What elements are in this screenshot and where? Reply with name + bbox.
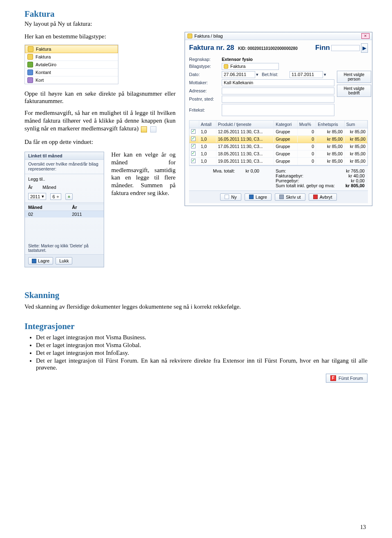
cell: kr 85,00 [316,135,345,143]
save-icon [249,195,254,199]
purre-label: Purregebyr: [276,178,299,183]
dato-input[interactable]: 27.06.2011 [222,71,255,78]
cell: 18.05.2011 11:30, C3... [216,150,274,157]
line-checkbox[interactable] [191,159,196,163]
invoice-line[interactable]: 1,016.05.2011 11:30, C3...Gruppe0kr 85,0… [189,135,368,143]
line-checkbox[interactable] [191,129,196,134]
month-table: Måned År 02 2011 [25,204,104,217]
cell: kr 85,00 [344,128,367,135]
finn-input[interactable] [331,45,360,51]
lagre-button[interactable]: Lagre [28,257,53,265]
lab-postnr: Postnr, sted: [189,96,218,101]
cell: Gruppe [274,157,297,165]
cell: 0 [297,150,316,157]
integrasjoner-list: Det er laget integrasjon mot Visma Busin… [36,334,368,371]
lagre-label: Lagre [38,258,49,263]
cell: Gruppe [274,143,297,150]
mva-total-label: Mva. totalt: [213,168,235,173]
fritekst-input[interactable] [222,104,334,116]
bilagstype-value: Faktura [230,64,245,69]
gebyr-val: kr 40,00 [348,173,365,178]
ar-label: År [28,185,33,190]
dropdown-option[interactable]: Kontant [25,69,118,76]
tot-val: kr 805,00 [345,183,365,188]
col-header: Produkt / tjeneste [216,121,274,128]
month-panel-header: Linket til måned [25,152,104,160]
furst-forum-badge[interactable]: F Fürst Forum [326,374,368,383]
invoice-line[interactable]: 1,012.05.2011 11:30, C3...Gruppe0kr 85,0… [189,128,368,135]
skanning-text: Ved skanning av flersidige dokumenter le… [24,303,368,311]
lab-fritekst: Fritekst: [189,108,218,112]
invoice-line[interactable]: 1,019.05.2011 11:30, C3...Gruppe0kr 85,0… [189,157,368,165]
heading-integrasjoner: Integrasjoner [24,321,368,332]
new-icon [225,195,229,199]
line-checkbox[interactable] [191,151,196,156]
invoice-line[interactable]: 1,017.05.2011 11:30, C3...Gruppe0kr 85,0… [189,143,368,150]
dropdown-option[interactable]: Faktura [25,45,118,53]
finn-go-button[interactable]: ▸ [361,43,368,53]
postnr-input[interactable] [222,96,334,103]
adresse-input[interactable] [222,87,334,94]
cell: Gruppe [274,150,297,157]
col-header: Enhetspris [316,121,345,128]
line-checkbox[interactable] [191,137,196,141]
dropdown-option[interactable]: Faktura [25,53,118,61]
cell: 0 [297,135,316,143]
hent-bedrift-button[interactable]: Hent valgte bedrift [337,85,371,97]
col-header: Kategori [274,121,297,128]
option-label: AvtaleGiro [36,62,56,67]
cell: kr 85,00 [316,157,345,165]
window-title: Faktura / bilag [194,34,223,38]
date-picker-icon[interactable]: ▾ [256,72,258,77]
yellow-icon [28,46,33,52]
cell: 1,0 [199,143,216,150]
date-picker-icon[interactable]: ▾ [324,72,326,77]
bilagstype-dropdown[interactable]: FakturaFakturaAvtaleGiroKontantKort [24,45,118,84]
window-icon [187,34,192,38]
lagre-inv-label: Lagre [256,195,267,200]
bilagstype-select[interactable]: Faktura [222,63,279,70]
line-checkbox[interactable] [191,144,196,148]
month-spinner[interactable]: 6 ÷ [50,193,61,200]
dropdown-option[interactable]: AvtaleGiro [25,61,118,69]
month-link-panel: Linket til måned Oversikt over hvilke må… [24,152,104,267]
invoice-line[interactable]: 1,018.05.2011 11:30, C3...Gruppe0kr 85,0… [189,150,368,157]
avbryt-button[interactable]: Avbryt [309,193,337,201]
hent-person-button[interactable]: Hent valgte person [337,71,371,83]
dropdown-option[interactable]: Kort [25,76,118,84]
betfrist-input[interactable]: 11.07.2011 [290,71,323,78]
option-label: Faktura [36,54,51,59]
invoice-totals: Mva. totalt: kr 0,00 Sum: kr 765,00 Fakt… [189,166,368,191]
cell: kr 85,00 [316,150,345,157]
month-row[interactable]: 02 2011 [25,211,104,218]
list-item: Det er laget integrasjon mot Visma Globa… [36,342,368,349]
cancel-icon [313,195,318,199]
th-ar: År [69,204,103,211]
mva-total: kr 0,00 [245,168,259,173]
skrivut-button[interactable]: Skriv ut [275,193,305,201]
list-item: Det er laget integrasjon mot Visma Busin… [36,334,368,341]
lagre-invoice-button[interactable]: Lagre [245,193,272,201]
cell-year: 2011 [69,211,103,218]
lab-regnskap: Regnskap: [189,57,218,62]
kid-label: KID: 0002001101002000000280 [238,46,298,51]
heading-faktura: Faktura [24,9,368,19]
list-item: Det er laget integrasjon til Fürst Forum… [36,357,368,371]
lab-dato: Dato: [189,72,218,77]
cell: 1,0 [199,128,216,135]
mottaker-input[interactable]: Kall Kallekanin [222,79,334,86]
month-button-icon-2 [150,126,156,132]
month-panel-sub: Oversikt over hvilke måned/år bilag repr… [25,160,104,173]
spinner-icon: ▾ [42,194,44,199]
add-month-button[interactable]: + [65,193,73,200]
para-search: Oppe til høyre kan en søke direkte på bi… [24,90,176,105]
invoice-title: Faktura nr. 28 [189,44,234,52]
option-label: Kontant [36,70,51,75]
finn-label: Finn [315,44,330,52]
year-spinner[interactable]: 2011 ▾ [28,193,46,200]
ny-button[interactable]: Ny [220,193,241,201]
close-icon[interactable]: ✕ [361,33,370,39]
lukk-button[interactable]: Lukk [56,257,72,265]
gebyr-label: Fakturagebyr: [276,173,303,178]
cell: 16.05.2011 11:30, C3... [216,135,274,143]
